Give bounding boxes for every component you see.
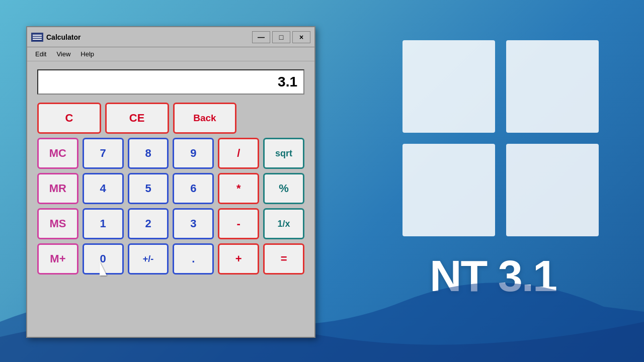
- win11-pane-tl: [403, 40, 495, 133]
- win11-pane-tr: [506, 40, 599, 133]
- win11-area: NT 3.1: [372, 30, 614, 312]
- close-button[interactable]: ×: [292, 31, 310, 43]
- six-button[interactable]: 6: [173, 173, 214, 204]
- one-button[interactable]: 1: [83, 208, 124, 239]
- add-button[interactable]: +: [218, 243, 259, 275]
- menu-bar: Edit View Help: [27, 47, 314, 61]
- equals-button[interactable]: =: [263, 243, 304, 275]
- calculator-display: 3.1: [37, 69, 304, 95]
- menu-help[interactable]: Help: [76, 49, 98, 59]
- divide-button[interactable]: /: [218, 138, 259, 169]
- zero-button[interactable]: 0: [83, 243, 124, 275]
- sqrt-button[interactable]: sqrt: [263, 138, 304, 169]
- menu-view[interactable]: View: [52, 49, 74, 59]
- button-row-5: M+ 0 +/- . + =: [37, 243, 304, 275]
- win11-logo: [403, 40, 599, 236]
- five-button[interactable]: 5: [128, 173, 169, 204]
- backspace-button[interactable]: Back: [173, 103, 237, 134]
- memory-add-button[interactable]: M+: [37, 243, 78, 275]
- three-button[interactable]: 3: [173, 208, 214, 239]
- negate-button[interactable]: +/-: [128, 243, 169, 275]
- maximize-button[interactable]: □: [272, 31, 290, 43]
- display-value: 3.1: [278, 74, 297, 90]
- clear-entry-button[interactable]: CE: [105, 103, 169, 134]
- percent-button[interactable]: %: [263, 173, 304, 204]
- win11-pane-br: [506, 144, 599, 236]
- multiply-button[interactable]: *: [218, 173, 259, 204]
- two-button[interactable]: 2: [128, 208, 169, 239]
- memory-store-button[interactable]: MS: [37, 208, 78, 239]
- memory-recall-button[interactable]: MR: [37, 173, 78, 204]
- calculator-icon: [31, 33, 43, 42]
- nine-button[interactable]: 9: [173, 138, 214, 169]
- calculator-body: 3.1 C CE Back MC 7 8 9 / sqrt MR: [27, 61, 314, 285]
- seven-button[interactable]: 7: [83, 138, 124, 169]
- win11-text: NT 3.1: [372, 250, 614, 302]
- memory-clear-button[interactable]: MC: [37, 138, 78, 169]
- minimize-button[interactable]: —: [252, 31, 270, 43]
- window-title: Calculator: [46, 33, 252, 41]
- eight-button[interactable]: 8: [128, 138, 169, 169]
- reciprocal-button[interactable]: 1/x: [263, 208, 304, 239]
- button-row-4: MS 1 2 3 - 1/x: [37, 208, 304, 239]
- decimal-button[interactable]: .: [173, 243, 214, 275]
- button-row-2: MC 7 8 9 / sqrt: [37, 138, 304, 169]
- calculator-window: Calculator — □ × Edit View Help 3.1 C CE…: [26, 26, 315, 338]
- spacer-button: [240, 103, 304, 134]
- title-bar: Calculator — □ ×: [27, 27, 314, 47]
- clear-button[interactable]: C: [37, 103, 101, 134]
- subtract-button[interactable]: -: [218, 208, 259, 239]
- button-row-3: MR 4 5 6 * %: [37, 173, 304, 204]
- four-button[interactable]: 4: [83, 173, 124, 204]
- menu-edit[interactable]: Edit: [31, 49, 50, 59]
- button-grid: C CE Back MC 7 8 9 / sqrt MR 4 5 6 *: [37, 103, 304, 275]
- win11-pane-bl: [403, 144, 495, 236]
- button-row-1: C CE Back: [37, 103, 304, 134]
- title-bar-controls: — □ ×: [252, 31, 310, 43]
